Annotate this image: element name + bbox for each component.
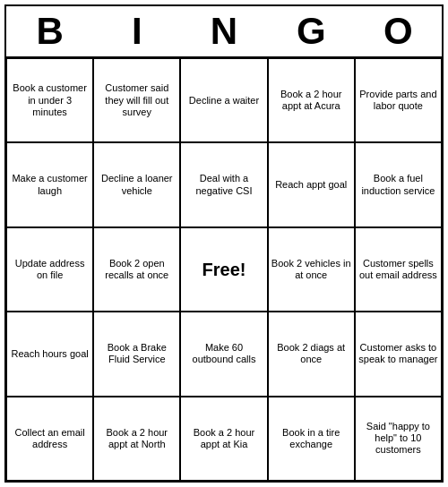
- bingo-cell-r2-c3[interactable]: Book 2 vehicles in at once: [268, 227, 355, 312]
- bingo-cell-text-r3-c2: Make 60 outbound calls: [184, 342, 263, 365]
- bingo-cell-text-r4-c3: Book in a tire exchange: [271, 427, 351, 450]
- bingo-cell-text-r4-c4: Said "happy to help" to 10 customers: [358, 421, 438, 457]
- bingo-cell-text-r0-c4: Provide parts and labor quote: [358, 89, 438, 112]
- bingo-cell-text-r1-c2: Deal with a negative CSI: [184, 173, 263, 196]
- bingo-cell-text-r0-c0: Book a customer in under 3 minutes: [10, 82, 90, 118]
- bingo-letter-n: N: [180, 10, 267, 53]
- bingo-cell-r3-c1[interactable]: Book a Brake Fluid Service: [93, 312, 180, 396]
- bingo-cell-r2-c0[interactable]: Update address on file: [6, 227, 93, 312]
- bingo-letter-b: B: [6, 10, 93, 53]
- bingo-cell-r0-c4[interactable]: Provide parts and labor quote: [355, 58, 442, 142]
- bingo-cell-r0-c0[interactable]: Book a customer in under 3 minutes: [6, 58, 93, 142]
- bingo-cell-r3-c2[interactable]: Make 60 outbound calls: [180, 312, 267, 396]
- bingo-header: BINGO: [6, 6, 442, 58]
- bingo-cell-text-r1-c0: Make a customer laugh: [10, 173, 90, 196]
- bingo-cell-r2-c2[interactable]: Free!: [180, 227, 267, 312]
- bingo-cell-text-r0-c1: Customer said they will fill out survey: [97, 82, 177, 118]
- bingo-cell-r1-c2[interactable]: Deal with a negative CSI: [180, 142, 267, 226]
- bingo-cell-r4-c3[interactable]: Book in a tire exchange: [268, 397, 355, 481]
- bingo-cell-r1-c1[interactable]: Decline a loaner vehicle: [93, 142, 180, 226]
- bingo-cell-r3-c3[interactable]: Book 2 diags at once: [268, 312, 355, 396]
- bingo-cell-text-r3-c0: Reach hours goal: [11, 348, 88, 360]
- bingo-grid: Book a customer in under 3 minutesCustom…: [6, 58, 442, 481]
- bingo-letter-o: O: [355, 10, 442, 53]
- bingo-cell-r1-c4[interactable]: Book a fuel induction service: [355, 142, 442, 226]
- bingo-cell-r1-c3[interactable]: Reach appt goal: [268, 142, 355, 226]
- bingo-cell-r0-c2[interactable]: Decline a waiter: [180, 58, 267, 142]
- bingo-cell-text-r3-c4: Customer asks to speak to manager: [358, 342, 438, 365]
- bingo-cell-text-r4-c2: Book a 2 hour appt at Kia: [184, 427, 263, 450]
- bingo-cell-r2-c1[interactable]: Book 2 open recalls at once: [93, 227, 180, 312]
- bingo-cell-text-r1-c1: Decline a loaner vehicle: [97, 173, 177, 196]
- bingo-cell-text-r4-c1: Book a 2 hour appt at North: [97, 427, 177, 450]
- bingo-cell-r3-c0[interactable]: Reach hours goal: [6, 312, 93, 396]
- bingo-cell-r0-c1[interactable]: Customer said they will fill out survey: [93, 58, 180, 142]
- bingo-cell-text-r0-c3: Book a 2 hour appt at Acura: [271, 89, 351, 112]
- bingo-cell-r4-c4[interactable]: Said "happy to help" to 10 customers: [355, 397, 442, 481]
- bingo-cell-text-r2-c3: Book 2 vehicles in at once: [271, 258, 351, 281]
- bingo-cell-text-r0-c2: Decline a waiter: [189, 95, 259, 107]
- bingo-cell-r0-c3[interactable]: Book a 2 hour appt at Acura: [268, 58, 355, 142]
- bingo-cell-r1-c0[interactable]: Make a customer laugh: [6, 142, 93, 226]
- bingo-cell-text-r2-c4: Customer spells out email address: [358, 258, 438, 281]
- bingo-card: BINGO Book a customer in under 3 minutes…: [4, 4, 444, 483]
- bingo-cell-text-r1-c4: Book a fuel induction service: [358, 173, 438, 196]
- bingo-cell-text-r3-c3: Book 2 diags at once: [271, 342, 351, 365]
- bingo-cell-text-r2-c0: Update address on file: [10, 258, 90, 281]
- bingo-letter-i: I: [93, 10, 180, 53]
- bingo-cell-text-r2-c2: Free!: [202, 259, 246, 280]
- bingo-cell-text-r1-c3: Reach appt goal: [275, 179, 347, 191]
- bingo-cell-r4-c0[interactable]: Collect an email address: [6, 397, 93, 481]
- bingo-cell-text-r3-c1: Book a Brake Fluid Service: [97, 342, 177, 365]
- bingo-cell-r4-c1[interactable]: Book a 2 hour appt at North: [93, 397, 180, 481]
- bingo-cell-text-r4-c0: Collect an email address: [10, 427, 90, 450]
- bingo-letter-g: G: [268, 10, 355, 53]
- bingo-cell-r3-c4[interactable]: Customer asks to speak to manager: [355, 312, 442, 396]
- bingo-cell-text-r2-c1: Book 2 open recalls at once: [97, 258, 177, 281]
- bingo-cell-r4-c2[interactable]: Book a 2 hour appt at Kia: [180, 397, 267, 481]
- bingo-cell-r2-c4[interactable]: Customer spells out email address: [355, 227, 442, 312]
